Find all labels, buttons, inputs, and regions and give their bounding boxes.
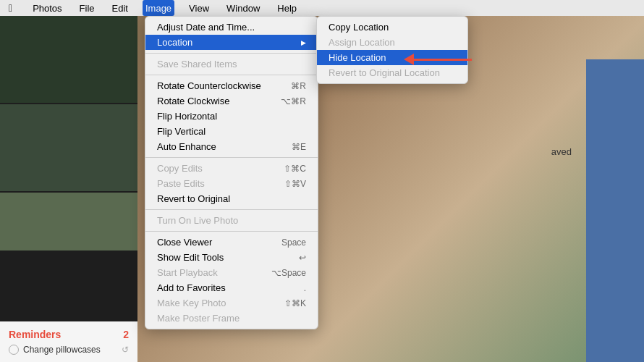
start-playback-shortcut: ⌥Space <box>271 268 306 278</box>
reminder-text: Change pillowcases <box>23 345 101 355</box>
rotate-ccw-shortcut: ⌘R <box>291 81 306 91</box>
menu-adjust-date[interactable]: Adjust Date and Time... <box>145 20 318 35</box>
menu-location[interactable]: Location <box>145 35 318 50</box>
saved-label: aved <box>551 146 572 157</box>
reminder-sync-icon: ↺ <box>122 345 129 355</box>
blue-accent <box>586 59 644 362</box>
separator-2 <box>145 75 318 75</box>
image-menu: Adjust Date and Time... Location Save Sh… <box>145 16 318 329</box>
menu-save-shared: Save Shared Items <box>145 56 318 72</box>
reminder-circle-icon <box>9 345 19 355</box>
apple-logo-icon:  <box>9 2 12 14</box>
menu-add-favorites[interactable]: Add to Favorites . <box>145 280 318 295</box>
copy-edits-shortcut: ⇧⌘C <box>284 164 306 174</box>
separator-4 <box>145 209 318 210</box>
separator-1 <box>145 53 318 54</box>
menu-revert[interactable]: Revert to Original <box>145 191 318 206</box>
menu-flip-h[interactable]: Flip Horizontal <box>145 109 318 124</box>
menu-photos[interactable]: Photos <box>30 0 64 16</box>
sidebar-photo-3[interactable] <box>0 193 137 251</box>
arrow-line <box>414 59 472 61</box>
menu-make-key: Make Key Photo ⇧⌘K <box>145 295 318 311</box>
sidebar: Reminders 2 Change pillowcases ↺ <box>0 16 137 362</box>
location-revert: Revert to Original Location <box>317 65 467 80</box>
menu-edit[interactable]: Edit <box>109 0 131 16</box>
apple-menu[interactable]:  <box>6 0 18 16</box>
reminder-item[interactable]: Change pillowcases ↺ <box>9 345 129 355</box>
menu-file[interactable]: File <box>77 0 98 16</box>
menu-copy-edits: Copy Edits ⇧⌘C <box>145 161 318 176</box>
separator-5 <box>145 231 318 232</box>
menu-show-edit[interactable]: Show Edit Tools ↩ <box>145 250 318 265</box>
menubar:  Photos File Edit Image View Window Hel… <box>0 0 644 16</box>
rotate-cw-shortcut: ⌥⌘R <box>281 96 306 106</box>
menu-live-photo: Turn On Live Photo <box>145 213 318 228</box>
reminders-header: Reminders 2 <box>9 329 129 340</box>
menu-window[interactable]: Window <box>224 0 263 16</box>
menu-make-poster: Make Poster Frame <box>145 311 318 326</box>
red-arrow <box>404 54 472 65</box>
menu-auto-enhance[interactable]: Auto Enhance ⌘E <box>145 139 318 154</box>
separator-3 <box>145 157 318 158</box>
menu-image[interactable]: Image <box>143 0 174 16</box>
arrow-head-icon <box>404 54 414 65</box>
paste-edits-shortcut: ⇧⌘V <box>284 179 306 189</box>
reminders-widget: Reminders 2 Change pillowcases ↺ <box>0 321 137 362</box>
menu-rotate-cw[interactable]: Rotate Clockwise ⌥⌘R <box>145 93 318 109</box>
sidebar-photo-1[interactable] <box>0 16 137 103</box>
reminders-title: Reminders <box>9 329 61 340</box>
location-assign: Assign Location <box>317 35 467 50</box>
location-submenu: Copy Location Assign Location Hide Locat… <box>316 16 468 84</box>
close-viewer-shortcut: Space <box>281 237 306 248</box>
menu-help[interactable]: Help <box>274 0 300 16</box>
sidebar-photo-2[interactable] <box>0 104 137 191</box>
menu-view[interactable]: View <box>186 0 212 16</box>
menu-start-playback: Start Playback ⌥Space <box>145 265 318 280</box>
add-favorites-shortcut: . <box>304 283 306 293</box>
location-copy[interactable]: Copy Location <box>317 20 467 35</box>
reminders-count: 2 <box>123 329 129 340</box>
menu-close-viewer[interactable]: Close Viewer Space <box>145 235 318 250</box>
menu-flip-v[interactable]: Flip Vertical <box>145 124 318 139</box>
show-edit-shortcut: ↩ <box>299 253 306 263</box>
auto-enhance-shortcut: ⌘E <box>292 142 306 152</box>
menu-rotate-ccw[interactable]: Rotate Counterclockwise ⌘R <box>145 78 318 93</box>
make-key-shortcut: ⇧⌘K <box>284 298 306 308</box>
menu-paste-edits: Paste Edits ⇧⌘V <box>145 176 318 191</box>
